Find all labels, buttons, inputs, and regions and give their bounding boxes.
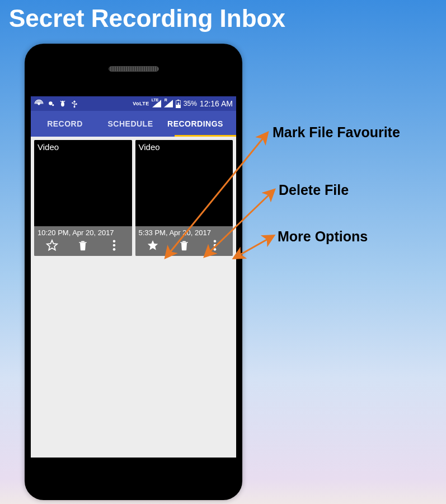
svg-point-4	[62, 101, 64, 103]
recording-card[interactable]: Video 5:33 PM, Apr 20, 2017	[135, 140, 233, 256]
roaming-badge: R	[164, 98, 168, 102]
favourite-button[interactable]	[44, 237, 60, 254]
dot-icon	[48, 100, 55, 108]
annotation-more: More Options	[278, 228, 368, 245]
svg-point-1	[49, 101, 53, 105]
bug-icon	[59, 100, 67, 108]
recordings-grid: Video 10:20 PM, Apr 20, 2017	[31, 137, 236, 458]
hotspot-icon	[34, 99, 44, 109]
recording-timestamp: 10:20 PM, Apr 20, 2017	[34, 226, 132, 238]
svg-point-9	[72, 102, 73, 103]
svg-marker-21	[148, 240, 158, 250]
page-title: Secret Recording Inbox	[0, 0, 446, 32]
tab-schedule[interactable]: SCHEDULE	[105, 119, 156, 128]
svg-marker-17	[47, 240, 57, 250]
svg-point-23	[214, 244, 217, 247]
annotation-delete: Delete File	[279, 182, 349, 198]
star-filled-icon	[146, 239, 159, 252]
svg-line-6	[64, 101, 65, 102]
trash-icon	[77, 239, 88, 251]
clock-text: 12:16 AM	[200, 99, 233, 108]
delete-button[interactable]	[176, 237, 193, 254]
svg-point-19	[112, 244, 115, 247]
lte-badge: LTE	[151, 98, 159, 102]
tab-bar: RECORD SCHEDULE RECORDINGS	[31, 111, 236, 137]
phone-frame: VoLTE LTE R	[25, 44, 242, 500]
recording-type-label: Video	[37, 142, 59, 152]
annotation-favourite: Mark File Favourite	[273, 124, 400, 141]
recording-card[interactable]: Video 10:20 PM, Apr 20, 2017	[34, 140, 132, 256]
svg-point-0	[38, 103, 40, 105]
trash-icon	[179, 239, 190, 251]
volte-label: VoLTE	[133, 101, 149, 106]
more-options-button[interactable]	[106, 237, 123, 254]
svg-point-2	[52, 104, 54, 106]
status-bar: VoLTE LTE R	[31, 96, 236, 111]
svg-rect-10	[76, 103, 77, 104]
tab-record[interactable]: RECORD	[43, 119, 87, 128]
usb-icon	[71, 99, 78, 109]
svg-point-8	[74, 106, 75, 107]
signal-icon-1: LTE	[152, 100, 161, 108]
tab-indicator	[175, 135, 236, 137]
svg-line-5	[60, 101, 62, 102]
tab-recordings[interactable]: RECORDINGS	[166, 119, 224, 128]
star-outline-icon	[45, 239, 59, 252]
svg-point-22	[214, 240, 217, 242]
delete-button[interactable]	[74, 237, 91, 254]
recording-timestamp: 5:33 PM, Apr 20, 2017	[135, 226, 233, 238]
svg-rect-14	[177, 100, 179, 101]
more-vertical-icon	[112, 239, 116, 251]
svg-point-3	[61, 102, 64, 106]
battery-percent: 35%	[184, 100, 197, 108]
svg-point-18	[112, 240, 115, 242]
svg-point-20	[112, 248, 115, 251]
phone-screen: VoLTE LTE R	[31, 96, 236, 458]
phone-speaker	[109, 66, 159, 72]
battery-charging-icon	[176, 100, 181, 108]
svg-point-24	[214, 248, 217, 251]
recording-thumbnail[interactable]: Video	[34, 140, 132, 226]
recording-thumbnail[interactable]: Video	[135, 140, 233, 226]
recording-footer: 5:33 PM, Apr 20, 2017	[135, 226, 233, 256]
favourite-button[interactable]	[144, 237, 161, 254]
more-options-button[interactable]	[206, 237, 223, 254]
signal-icon-2: R	[164, 100, 173, 108]
more-vertical-icon	[213, 239, 217, 251]
recording-type-label: Video	[139, 142, 160, 152]
recording-footer: 10:20 PM, Apr 20, 2017	[34, 226, 132, 256]
